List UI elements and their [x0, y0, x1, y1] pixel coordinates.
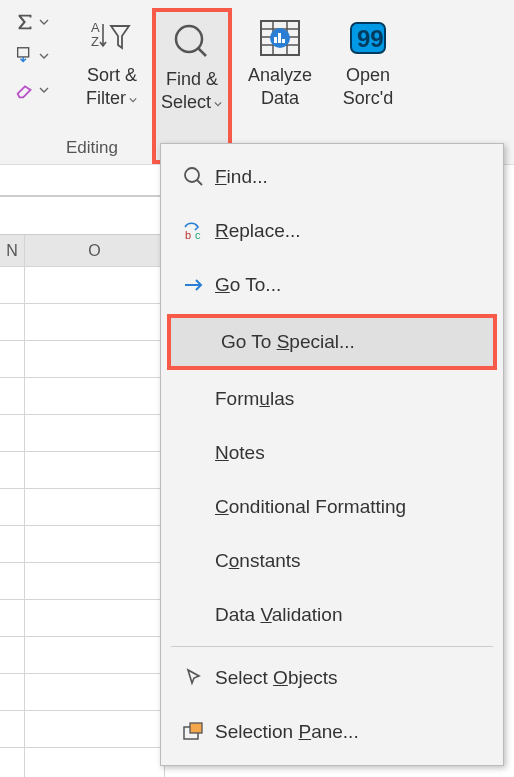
menu-conditional-formatting[interactable]: Conditional Formatting	[161, 480, 503, 534]
svg-text:c: c	[195, 229, 201, 241]
sorcd-icon: 99	[345, 17, 391, 59]
svg-rect-20	[190, 723, 202, 733]
find-select-button[interactable]: Find & Select	[152, 8, 232, 164]
column-headers: N O	[0, 235, 180, 267]
table-row[interactable]	[0, 341, 180, 378]
clear-button[interactable]	[12, 76, 68, 104]
menu-replace[interactable]: bc Replace...	[161, 204, 503, 258]
menu-replace-label: Replace...	[215, 220, 301, 242]
sigma-icon	[14, 11, 36, 33]
table-row[interactable]	[0, 304, 180, 341]
svg-text:A: A	[91, 20, 100, 35]
open-sorcd-label: Open Sorc'd	[343, 64, 393, 111]
table-row[interactable]	[0, 267, 180, 304]
menu-constants[interactable]: Constants	[161, 534, 503, 588]
table-row[interactable]	[0, 563, 180, 600]
analyze-data-label: Analyze Data	[248, 64, 312, 111]
svg-rect-12	[278, 33, 281, 43]
analyze-data-icon	[257, 17, 303, 59]
editing-group-label: Editing	[66, 138, 118, 158]
table-row[interactable]	[0, 637, 180, 674]
find-select-menu: FFind...ind... bc Replace... Go To... Go…	[160, 143, 504, 766]
menu-goto[interactable]: Go To...	[161, 258, 503, 312]
chevron-down-icon	[39, 17, 49, 27]
menu-data-val-label: Data Validation	[215, 604, 342, 626]
table-row[interactable]	[0, 378, 180, 415]
col-header-n[interactable]: N	[0, 235, 25, 266]
menu-select-objects[interactable]: Select Objects	[161, 651, 503, 705]
magnifier-icon	[182, 165, 206, 189]
table-row[interactable]	[0, 748, 180, 777]
arrow-right-icon	[182, 273, 206, 297]
menu-notes[interactable]: Notes	[161, 426, 503, 480]
chevron-down-icon	[213, 100, 223, 108]
worksheet-area: N O	[0, 167, 180, 777]
menu-goto-label: Go To...	[215, 274, 281, 296]
ribbon-editing-group	[8, 8, 72, 164]
col-header-o[interactable]: O	[25, 235, 165, 266]
menu-separator	[171, 646, 493, 647]
svg-point-16	[185, 168, 199, 182]
cursor-icon	[183, 667, 205, 689]
table-row[interactable]	[0, 526, 180, 563]
table-row[interactable]	[0, 711, 180, 748]
analyze-data-button[interactable]: Analyze Data	[232, 8, 328, 164]
svg-text:Z: Z	[91, 34, 99, 49]
menu-cond-fmt-label: Conditional Formatting	[215, 496, 406, 518]
open-sorcd-button[interactable]: 99 Open Sorc'd	[328, 8, 408, 164]
table-row[interactable]	[0, 600, 180, 637]
svg-rect-0	[18, 48, 29, 57]
chevron-down-icon	[39, 85, 49, 95]
table-row[interactable]	[0, 415, 180, 452]
eraser-icon	[14, 79, 36, 101]
menu-find-label: FFind...ind...	[215, 166, 268, 188]
table-row[interactable]	[0, 674, 180, 711]
fill-button[interactable]	[12, 42, 68, 70]
fill-down-icon	[14, 45, 36, 67]
menu-formulas-label: Formulas	[215, 388, 294, 410]
svg-text:99: 99	[357, 25, 384, 52]
menu-selection-pane[interactable]: Selection Pane...	[161, 705, 503, 759]
replace-icon: bc	[181, 219, 207, 243]
menu-formulas[interactable]: Formulas	[161, 372, 503, 426]
menu-notes-label: Notes	[215, 442, 265, 464]
sort-filter-label: Sort & Filter	[86, 64, 138, 111]
table-row[interactable]	[0, 489, 180, 526]
menu-constants-label: Constants	[215, 550, 301, 572]
menu-data-validation[interactable]: Data Validation	[161, 588, 503, 642]
menu-find[interactable]: FFind...ind...	[161, 150, 503, 204]
menu-selection-pane-label: Selection Pane...	[215, 721, 359, 743]
sort-filter-icon: A Z	[89, 18, 135, 58]
autosum-button[interactable]	[12, 8, 68, 36]
chevron-down-icon	[128, 96, 138, 104]
svg-text:b: b	[185, 229, 191, 241]
find-select-label: Find & Select	[161, 68, 223, 115]
magnifier-icon	[171, 21, 213, 63]
menu-goto-special-label: Go To Special...	[221, 331, 355, 353]
chevron-down-icon	[39, 51, 49, 61]
menu-select-objects-label: Select Objects	[215, 667, 338, 689]
selection-pane-icon	[182, 721, 206, 743]
table-row[interactable]	[0, 452, 180, 489]
svg-rect-11	[274, 37, 277, 43]
menu-goto-special[interactable]: Go To Special...	[167, 314, 497, 370]
svg-rect-13	[282, 39, 285, 43]
